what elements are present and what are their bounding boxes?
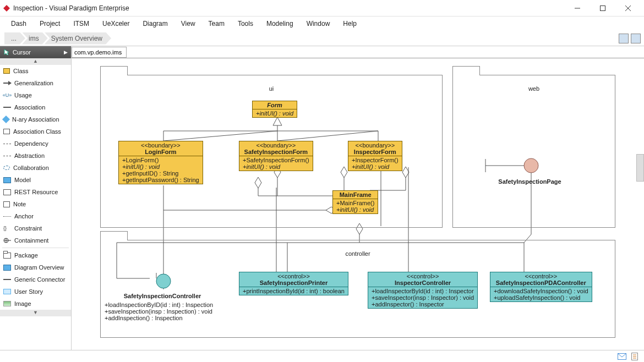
window-title: Inspection - Visual Paradigm Enterprise xyxy=(13,4,565,12)
class-safety-inspection-printer[interactable]: <<control>>SafetyInspectionPrinter +prin… xyxy=(239,272,348,295)
palette-n-ary-association[interactable]: N-ary Association xyxy=(0,113,71,125)
crumb-system-overview[interactable]: System Overview xyxy=(45,32,111,45)
palette-cursor[interactable]: Cursor ▶ xyxy=(0,46,71,58)
menu-itsm[interactable]: ITSM xyxy=(67,18,96,30)
pkg-icon xyxy=(3,253,11,259)
mail-icon[interactable] xyxy=(618,353,626,360)
box-icon xyxy=(3,129,10,134)
class-safety-inspection-controller-label[interactable]: SafetyInspectionController xyxy=(105,293,220,299)
menu-uexceler[interactable]: UeXceler xyxy=(96,18,136,30)
svg-text:{}: {} xyxy=(3,226,7,231)
line-icon xyxy=(3,279,11,280)
app-logo-icon xyxy=(3,5,10,12)
model-icon xyxy=(3,177,11,183)
palette-association-class[interactable]: Association Class xyxy=(0,125,71,138)
palette-note[interactable]: Note xyxy=(0,198,71,210)
gen-icon xyxy=(3,83,11,84)
palette-item-label: Diagram Overview xyxy=(14,264,64,271)
palette-abstraction[interactable]: Abstraction xyxy=(0,150,71,162)
minimize-button[interactable] xyxy=(565,0,590,17)
palette-rest-resource[interactable]: REST Resource xyxy=(0,186,71,198)
menu-diagram[interactable]: Diagram xyxy=(136,18,174,30)
class-form[interactable]: Form +initUI() : void xyxy=(252,101,297,118)
breadcrumb-bar: ... ims System Overview xyxy=(0,31,644,46)
palette-generic-connector[interactable]: Generic Connector xyxy=(0,273,71,286)
class-login-form[interactable]: <<boundary>>LoginForm +LoginForm() +init… xyxy=(118,141,203,184)
model-icon xyxy=(3,265,11,271)
palette-user-story[interactable]: User Story xyxy=(0,286,71,298)
palette-association[interactable]: Association xyxy=(0,101,71,113)
class-inspector-form[interactable]: <<boundary>>InspectorForm +InspectorForm… xyxy=(348,141,402,171)
menu-help[interactable]: Help xyxy=(336,18,363,30)
close-button[interactable] xyxy=(615,0,641,17)
line-icon xyxy=(3,107,11,108)
right-rail-handle[interactable] xyxy=(636,154,644,182)
class-inspector-controller[interactable]: <<control>>InspectorController +loadInsp… xyxy=(368,272,478,309)
constr-icon: {} xyxy=(3,225,11,232)
palette-item-label: Generic Connector xyxy=(14,276,65,283)
palette-class[interactable]: Class xyxy=(0,65,71,77)
story-icon xyxy=(3,289,11,294)
maximize-button[interactable] xyxy=(590,0,615,17)
palette-diagram-overview[interactable]: Diagram Overview xyxy=(0,261,71,273)
tool-palette: Cursor ▶ ▲ ClassGeneralization«U»UsageAs… xyxy=(0,46,72,350)
palette-item-label: Abstraction xyxy=(14,152,45,159)
palette-item-label: Dependency xyxy=(14,140,48,147)
menu-modeling[interactable]: Modeling xyxy=(260,18,300,30)
contain-icon xyxy=(3,237,11,244)
menu-tools[interactable]: Tools xyxy=(231,18,260,30)
note-icon[interactable] xyxy=(631,353,640,360)
svg-marker-5 xyxy=(4,50,9,55)
palette-item-label: Usage xyxy=(14,92,32,98)
class-icon xyxy=(3,68,10,74)
palette-model[interactable]: Model xyxy=(0,174,71,186)
palette-item-label: Association xyxy=(14,104,45,111)
palette-anchor[interactable]: Anchor xyxy=(0,210,71,222)
palette-package[interactable]: Package xyxy=(0,249,71,261)
palette-collapse-up[interactable]: ▲ xyxy=(0,58,71,65)
class-safety-inspection-pda-controller[interactable]: <<control>>SafetyInspectionPDAController… xyxy=(490,272,592,302)
package-ui-label: ui xyxy=(269,85,274,92)
palette-item-label: Generalization xyxy=(14,80,53,86)
palette-usage[interactable]: «U»Usage xyxy=(0,89,71,101)
palette-collapse-down[interactable]: ▼ xyxy=(0,310,71,316)
palette-image[interactable]: Image xyxy=(0,298,71,310)
canvas-area: ui web controller Form +initUI() : void … xyxy=(72,46,644,350)
note-icon xyxy=(3,201,10,207)
palette-constraint[interactable]: {}Constraint xyxy=(0,222,71,234)
menu-view[interactable]: View xyxy=(174,18,202,30)
crumb-ims[interactable]: ims xyxy=(22,32,48,45)
toolbar-icon-2[interactable] xyxy=(631,34,641,43)
class-safety-inspection-form[interactable]: <<boundary>>SafetyInspectionForm +Safety… xyxy=(239,141,313,171)
palette-generalization[interactable]: Generalization xyxy=(0,77,71,89)
diamond-icon xyxy=(2,116,10,123)
package-web[interactable]: web xyxy=(452,75,615,228)
dep-icon xyxy=(3,156,11,156)
anchor-icon xyxy=(3,216,11,217)
palette-dependency[interactable]: Dependency xyxy=(0,138,71,150)
menu-dash[interactable]: Dash xyxy=(4,18,33,30)
palette-item-label: Image xyxy=(14,300,31,307)
palette-item-label: Note xyxy=(13,201,26,207)
workarea: Cursor ▶ ▲ ClassGeneralization«U»UsageAs… xyxy=(0,46,644,350)
crumb-root[interactable]: ... xyxy=(4,32,25,45)
package-path-bar xyxy=(72,46,644,58)
package-path-input[interactable] xyxy=(72,47,127,58)
palette-separator xyxy=(2,248,69,248)
svg-marker-0 xyxy=(3,5,10,12)
palette-item-label: Association Class xyxy=(13,128,61,135)
palette-item-label: REST Resource xyxy=(14,189,58,195)
palette-containment[interactable]: Containment xyxy=(0,234,71,246)
palette-item-label: N-ary Association xyxy=(12,116,59,123)
menu-team[interactable]: Team xyxy=(202,18,231,30)
class-main-frame[interactable]: MainFrame +MainFrame() +initUI() : void xyxy=(332,190,378,214)
diagram-canvas[interactable]: ui web controller Form +initUI() : void … xyxy=(72,58,644,350)
class-safety-inspection-controller-ops: +loadInspectionByID(id : int) : Inspecti… xyxy=(105,301,213,321)
palette-collaboration[interactable]: Collaboration xyxy=(0,162,71,174)
toolbar-icon-1[interactable] xyxy=(619,34,629,43)
menu-window[interactable]: Window xyxy=(300,18,337,30)
class-safety-inspection-page-label[interactable]: SafetyInspectionPage xyxy=(468,178,592,185)
statusbar xyxy=(0,350,644,362)
menu-project[interactable]: Project xyxy=(33,18,67,30)
palette-item-label: Constraint xyxy=(14,225,42,232)
